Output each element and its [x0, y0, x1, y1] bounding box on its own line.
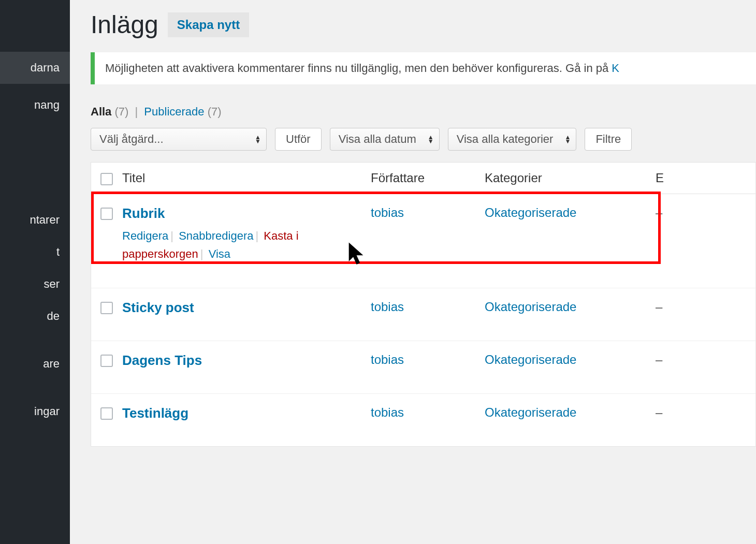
author-link[interactable]: tobias: [371, 300, 404, 314]
extra-cell: –: [656, 205, 697, 220]
filter-all[interactable]: Alla: [91, 105, 111, 118]
add-new-button[interactable]: Skapa nytt: [168, 12, 249, 37]
col-extra: E: [656, 171, 697, 185]
category-filter-select[interactable]: Visa alla kategorier ▲▼: [448, 128, 577, 151]
apply-button[interactable]: Utför: [275, 128, 322, 151]
category-link[interactable]: Okategoriserade: [485, 405, 576, 419]
col-title[interactable]: Titel: [122, 171, 371, 185]
row-checkbox[interactable]: [100, 208, 113, 220]
sidebar-item[interactable]: nang: [0, 89, 70, 121]
bulk-action-select[interactable]: Välj åtgärd... ▲▼: [91, 128, 267, 151]
table-row: Rubrik Redigera| Snabbredigera| Kasta i …: [91, 194, 755, 288]
select-arrows-icon: ▲▼: [565, 135, 571, 143]
table-header-row: Titel Författare Kategorier E: [91, 163, 755, 194]
admin-sidebar: darna nang ntarer t ser de are ingar: [0, 0, 70, 544]
filter-published[interactable]: Publicerade: [144, 105, 204, 118]
post-title-link[interactable]: Dagens Tips: [122, 352, 202, 368]
sidebar-item[interactable]: ntarer: [0, 204, 70, 236]
sidebar-item[interactable]: ser: [0, 268, 70, 300]
select-arrows-icon: ▲▼: [428, 135, 434, 143]
quick-edit-link[interactable]: Snabbredigera: [179, 229, 253, 242]
main-content: Inlägg Skapa nytt Möjligheten att avakti…: [70, 0, 756, 447]
author-link[interactable]: tobias: [371, 352, 404, 366]
post-title-link[interactable]: Testinlägg: [122, 405, 188, 421]
sidebar-item[interactable]: de: [0, 300, 70, 332]
edit-link[interactable]: Redigera: [122, 229, 168, 242]
row-actions: Redigera| Snabbredigera| Kasta i pappers…: [122, 227, 371, 263]
sidebar-item[interactable]: t: [0, 236, 70, 268]
category-link[interactable]: Okategoriserade: [485, 352, 576, 366]
notice-link[interactable]: K: [612, 62, 619, 75]
row-checkbox[interactable]: [100, 407, 113, 420]
table-row: Dagens Tips tobias Okategoriserade –: [91, 341, 755, 394]
date-filter-select[interactable]: Visa alla datum ▲▼: [330, 128, 440, 151]
category-link[interactable]: Okategoriserade: [485, 205, 576, 219]
page-title: Inlägg: [91, 10, 158, 39]
extra-cell: –: [656, 300, 697, 314]
view-link[interactable]: Visa: [209, 247, 230, 260]
filter-button[interactable]: Filtre: [585, 128, 632, 151]
notice-text: Möjligheten att avaktivera kommentarer f…: [105, 62, 612, 75]
col-author[interactable]: Författare: [371, 171, 485, 185]
table-row: Sticky post tobias Okategoriserade –: [91, 288, 755, 341]
sidebar-item[interactable]: darna: [0, 52, 70, 84]
category-link[interactable]: Okategoriserade: [485, 300, 576, 314]
row-checkbox[interactable]: [100, 355, 113, 367]
row-checkbox[interactable]: [100, 302, 113, 314]
post-title-link[interactable]: Sticky post: [122, 300, 194, 315]
admin-notice: Möjligheten att avaktivera kommentarer f…: [91, 52, 756, 84]
post-title-link[interactable]: Rubrik: [122, 205, 165, 221]
select-arrows-icon: ▲▼: [255, 135, 261, 143]
post-status-filters: Alla (7) | Publicerade (7): [91, 105, 756, 119]
posts-table: Titel Författare Kategorier E Rubrik Red…: [91, 162, 756, 447]
sidebar-item[interactable]: are: [0, 348, 70, 380]
author-link[interactable]: tobias: [371, 205, 404, 219]
sidebar-item[interactable]: ingar: [0, 395, 70, 428]
select-all-checkbox[interactable]: [100, 173, 113, 185]
author-link[interactable]: tobias: [371, 405, 404, 419]
col-categories[interactable]: Kategorier: [485, 171, 656, 185]
extra-cell: –: [656, 405, 697, 420]
table-row: Testinlägg tobias Okategoriserade –: [91, 394, 755, 446]
extra-cell: –: [656, 352, 697, 367]
